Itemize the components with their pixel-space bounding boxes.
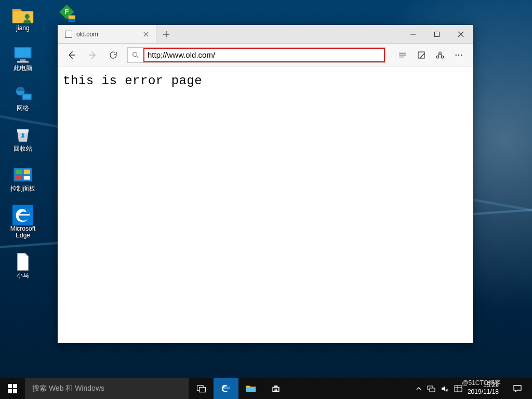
svg-point-23: [441, 56, 444, 58]
browser-tab[interactable]: old.com: [58, 25, 156, 43]
svg-rect-32: [276, 390, 277, 391]
share-button[interactable]: [431, 46, 449, 64]
svg-point-26: [461, 54, 462, 55]
fiddler-icon: F: [56, 4, 79, 25]
desktop-icon-label: jiang: [16, 25, 29, 32]
svg-rect-9: [16, 169, 22, 174]
minimize-button[interactable]: [401, 25, 425, 43]
monitor-icon: [11, 44, 34, 65]
svg-rect-28: [200, 388, 206, 392]
desktop-icon-this-pc[interactable]: 此电脑: [3, 44, 43, 72]
browser-toolbar: [58, 44, 473, 66]
svg-rect-10: [24, 169, 30, 174]
desktop-icon-label: 回收站: [14, 145, 32, 152]
start-button[interactable]: [0, 378, 25, 399]
reading-view-button[interactable]: [394, 46, 411, 64]
svg-rect-36: [455, 385, 462, 392]
svg-rect-11: [16, 176, 22, 180]
svg-rect-18: [435, 32, 440, 36]
svg-point-0: [25, 14, 30, 19]
desktop-icon-label: 小马: [17, 272, 29, 279]
svg-rect-31: [275, 390, 276, 391]
window-controls: [401, 25, 473, 43]
refresh-button[interactable]: [104, 46, 122, 64]
browser-titlebar[interactable]: old.com: [58, 25, 473, 44]
svg-rect-17: [69, 16, 75, 19]
tray-volume-icon[interactable]: [441, 384, 449, 393]
page-content: this is error page: [58, 66, 473, 343]
action-center-button[interactable]: [507, 384, 528, 393]
svg-rect-30: [276, 389, 277, 390]
svg-text:F: F: [64, 8, 69, 16]
taskbar-store-button[interactable]: [263, 378, 288, 399]
windows-logo-icon: [8, 384, 17, 393]
desktop-icon-user-folder[interactable]: jiang: [3, 4, 43, 32]
error-text: this is error page: [63, 74, 468, 88]
tab-title: old.com: [76, 31, 137, 38]
svg-point-22: [436, 56, 439, 58]
browser-window: old.com: [58, 25, 473, 343]
maximize-button[interactable]: [425, 25, 449, 43]
desktop-icon-xiaoma[interactable]: 小马: [3, 251, 43, 279]
forward-button[interactable]: [84, 46, 101, 64]
taskbar-edge-button[interactable]: [214, 378, 238, 399]
desktop-icon-label: 此电脑: [14, 65, 32, 72]
desktop-icon-label: 网络: [17, 105, 29, 112]
edge-icon: [11, 205, 34, 225]
svg-rect-29: [275, 389, 276, 390]
svg-rect-7: [23, 95, 31, 99]
file-icon: [11, 251, 34, 272]
tray-date: 2019/11/18: [468, 389, 499, 395]
tab-close-button[interactable]: [141, 32, 151, 37]
recycle-bin-icon: [11, 125, 34, 145]
taskbar: 搜索 Web 和 Windows 15:22 2019/11/18 @51CTO…: [0, 378, 532, 399]
desktop-icon-label: 控制面板: [10, 185, 35, 192]
taskbar-explorer-button[interactable]: [238, 378, 263, 399]
more-button[interactable]: [450, 46, 468, 64]
svg-point-24: [456, 54, 457, 55]
desktop-icons-column-1: jiang 此电脑 网络 回收站 控制面板 Microsoft Edge: [3, 4, 46, 292]
tab-favicon: [65, 31, 72, 38]
toolbar-right-group: [394, 46, 468, 64]
svg-rect-4: [17, 61, 29, 63]
desktop-icon-network[interactable]: 网络: [3, 84, 43, 112]
window-close-button[interactable]: [449, 25, 473, 43]
control-panel-icon: [11, 165, 34, 185]
desktop-icon-control-panel[interactable]: 控制面板: [3, 165, 43, 192]
desktop-icon-label: Microsoft Edge: [10, 225, 36, 239]
taskbar-search-placeholder: 搜索 Web 和 Windows: [32, 384, 104, 393]
svg-rect-3: [20, 59, 26, 61]
tray-chevron-up-icon[interactable]: [416, 385, 422, 392]
notes-button[interactable]: [413, 46, 430, 64]
folder-icon: [11, 4, 34, 25]
tray-network-icon[interactable]: [427, 384, 435, 393]
desktop-icon-recycle-bin[interactable]: 回收站: [3, 125, 43, 152]
network-icon: [11, 84, 34, 105]
tray-ime-icon[interactable]: [454, 384, 462, 393]
taskbar-search[interactable]: 搜索 Web 和 Windows: [25, 378, 189, 399]
address-bar[interactable]: [148, 50, 381, 59]
svg-rect-20: [418, 52, 424, 58]
svg-point-25: [458, 54, 459, 55]
task-view-button[interactable]: [189, 378, 214, 399]
address-bar-highlight: [143, 48, 385, 62]
address-bar-container: [127, 47, 385, 63]
watermark: @51CTO博客: [462, 379, 501, 388]
svg-rect-34: [430, 388, 435, 392]
desktop-icon-edge[interactable]: Microsoft Edge: [3, 205, 43, 239]
back-button[interactable]: [63, 46, 81, 64]
svg-rect-12: [24, 176, 30, 180]
new-tab-button[interactable]: [156, 25, 176, 43]
search-icon[interactable]: [128, 51, 143, 59]
svg-point-19: [133, 52, 137, 56]
svg-rect-2: [15, 48, 30, 57]
